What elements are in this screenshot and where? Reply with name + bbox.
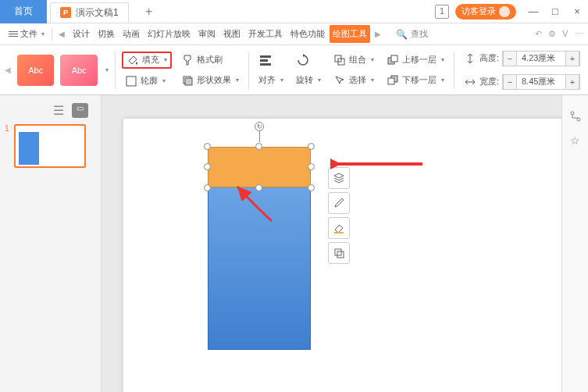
rotate-dropdown[interactable]: 旋转 ▾ [293, 73, 324, 87]
height-row: 高度: − 4.23厘米 + [461, 49, 583, 68]
chevron-down-icon: ▾ [236, 77, 239, 84]
svg-rect-2 [185, 78, 192, 85]
context-copy-button[interactable] [328, 242, 350, 264]
menu-design[interactable]: 设计 [69, 25, 93, 43]
home-tab[interactable]: 首页 [0, 0, 47, 23]
outline-view-button[interactable]: ☰ [53, 103, 64, 118]
guest-login-button[interactable]: 访客登录 [455, 4, 516, 20]
undo-button[interactable]: ↶ [535, 29, 542, 39]
document-tab[interactable]: P 演示文稿1 [50, 2, 129, 23]
svg-rect-11 [388, 78, 394, 84]
nav-next-button[interactable]: ▶ [372, 28, 384, 41]
search-box[interactable]: 🔍 查找 [390, 26, 433, 42]
bring-forward-label: 上移一层 [402, 54, 437, 66]
shape-effects-button[interactable]: 形状效果 ▾ [178, 73, 242, 88]
collapse-ribbon-button[interactable]: ᐯ [562, 29, 568, 39]
align-label: 对齐 [258, 74, 276, 86]
menu-view[interactable]: 视图 [220, 25, 244, 43]
shape-effects-icon [181, 74, 194, 87]
shape-blue-rectangle[interactable] [208, 172, 311, 350]
file-menu[interactable]: 文件 ▾ [5, 26, 48, 42]
menu-review[interactable]: 审阅 [195, 25, 219, 43]
height-label: 高度: [479, 52, 499, 64]
right-settings-button[interactable] [568, 109, 583, 123]
ribbon-toolbar: ◀ Abc Abc ▾ 填充 ▾ 轮廓 ▾ 格式刷 [0, 45, 588, 95]
send-backward-button[interactable]: 下移一层 ▾ [383, 73, 447, 88]
width-increase-button[interactable]: + [565, 75, 579, 89]
shape-style-preset-a[interactable]: Abc [17, 55, 54, 86]
resize-handle-bottom-left[interactable] [204, 184, 211, 191]
resize-handle-top[interactable] [255, 143, 262, 150]
ribbon-scroll-left[interactable]: ◀ [5, 66, 11, 74]
format-painter-button[interactable]: 格式刷 [178, 52, 242, 68]
file-menu-label: 文件 [20, 28, 37, 40]
style-gallery-dropdown[interactable]: ▾ [105, 66, 109, 73]
height-increase-button[interactable]: + [565, 52, 579, 66]
resize-handle-top-right[interactable] [308, 143, 315, 150]
window-index-indicator[interactable]: 1 [435, 5, 449, 19]
nav-prev-button[interactable]: ◀ [55, 28, 68, 41]
context-layers-button[interactable] [328, 167, 350, 189]
menu-devtools[interactable]: 开发工具 [245, 25, 286, 43]
close-button[interactable]: × [566, 1, 588, 23]
resize-handle-left[interactable] [204, 163, 211, 170]
search-icon: 🔍 [396, 29, 408, 40]
minimize-button[interactable]: — [522, 1, 544, 23]
rotation-handle[interactable]: ↻ [255, 122, 264, 131]
width-value-input[interactable]: 8.45厘米 [517, 76, 565, 87]
rotate-button[interactable] [293, 52, 324, 68]
document-tab-label: 演示文稿1 [76, 6, 119, 20]
settings-button[interactable]: ⚙ [548, 29, 556, 39]
menu-features[interactable]: 特色功能 [287, 25, 328, 43]
separator [52, 28, 52, 41]
slide-thumbnail-1[interactable] [14, 124, 86, 168]
group-button[interactable]: 组合 ▾ [330, 52, 377, 68]
select-button[interactable]: 选择 ▾ [330, 73, 377, 88]
format-painter-icon [181, 54, 194, 66]
chevron-down-icon: ▾ [441, 77, 444, 84]
svg-rect-12 [334, 232, 344, 233]
chevron-down-icon: ▾ [280, 77, 283, 84]
chevron-down-icon: ▾ [41, 30, 45, 37]
presentation-icon: P [60, 7, 71, 18]
context-eyedropper-button[interactable] [328, 192, 350, 214]
width-icon [464, 76, 476, 88]
send-backward-label: 下移一层 [402, 74, 437, 86]
group-icon [333, 54, 346, 66]
resize-handle-bottom[interactable] [255, 184, 262, 191]
align-button[interactable] [255, 52, 287, 68]
right-favorite-button[interactable]: ☆ [570, 134, 580, 147]
shape-selected-orange-rectangle[interactable]: ↻ [205, 144, 314, 191]
fill-label: 填充 [142, 54, 159, 66]
separator [248, 52, 249, 89]
menu-animation[interactable]: 动画 [119, 25, 143, 43]
bring-forward-button[interactable]: 上移一层 ▾ [383, 52, 447, 68]
context-fill-button[interactable] [328, 217, 350, 239]
canvas-area[interactable]: ↻ [102, 95, 561, 392]
shape-style-preset-b[interactable]: Abc [60, 55, 97, 86]
more-button[interactable]: ⋯ [575, 29, 583, 39]
new-tab-button[interactable]: + [138, 1, 160, 23]
send-backward-icon [387, 74, 399, 87]
hamburger-icon [9, 31, 18, 37]
floating-context-toolbar [328, 167, 350, 264]
separator [115, 52, 116, 89]
width-decrease-button[interactable]: − [503, 75, 517, 89]
menu-slideshow[interactable]: 幻灯片放映 [144, 25, 194, 43]
outline-button[interactable]: 轮廓 ▾ [122, 73, 172, 89]
shape-effects-label: 形状效果 [197, 74, 231, 86]
height-decrease-button[interactable]: − [503, 52, 517, 66]
maximize-button[interactable]: □ [544, 1, 566, 23]
rotation-connector [259, 130, 260, 142]
thumbnail-view-button[interactable]: ▭ [72, 103, 88, 118]
slide-panel: ☰ ▭ 1 [0, 95, 102, 392]
resize-handle-right[interactable] [308, 163, 315, 170]
resize-handle-top-left[interactable] [204, 143, 211, 150]
height-value-input[interactable]: 4.23厘米 [517, 52, 565, 64]
fill-button[interactable]: 填充 ▾ [122, 52, 172, 69]
resize-handle-bottom-right[interactable] [308, 184, 315, 191]
svg-point-15 [571, 112, 574, 115]
menu-transition[interactable]: 切换 [94, 25, 118, 43]
menu-drawing-tools[interactable]: 绘图工具 [330, 25, 370, 43]
align-dropdown[interactable]: 对齐 ▾ [255, 73, 287, 87]
